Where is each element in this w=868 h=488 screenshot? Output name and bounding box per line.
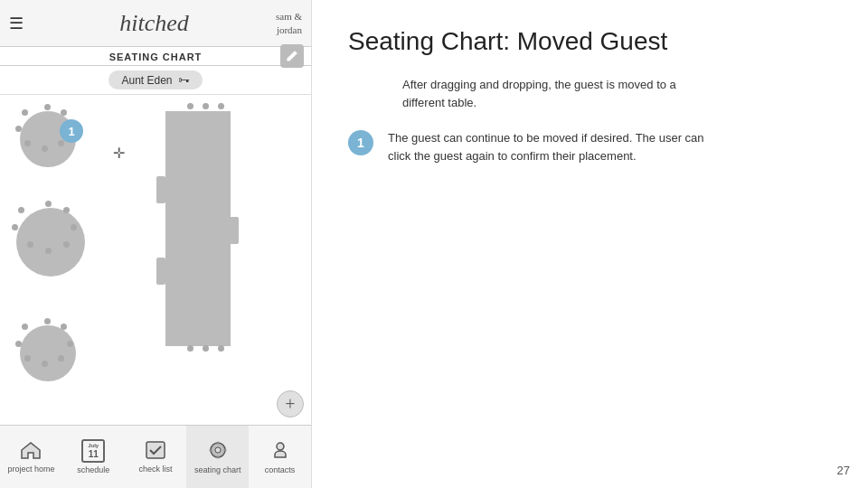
calendar-day: 11 <box>89 449 99 459</box>
plus-icon: + <box>285 394 295 415</box>
seat-dot <box>22 324 28 330</box>
seat-dot <box>58 355 64 361</box>
svg-point-6 <box>223 448 226 451</box>
guest-badge[interactable]: 1 <box>60 119 83 143</box>
page-number: 27 <box>837 464 850 477</box>
seat-dot <box>12 224 18 230</box>
seat-dot <box>15 341 22 347</box>
svg-point-7 <box>277 443 284 450</box>
seat-dot <box>44 104 51 110</box>
rect-tab <box>230 217 239 244</box>
rect-tab <box>156 258 165 285</box>
home-icon <box>21 441 41 462</box>
instruction-row-1: 1 The guest can continue to be moved if … <box>348 129 832 164</box>
nav-label-contacts: contacts <box>265 465 296 474</box>
seat-dot <box>42 361 48 367</box>
rect-tab <box>156 176 165 203</box>
svg-rect-0 <box>146 442 165 458</box>
guest-badge-number: 1 <box>68 125 74 138</box>
bottom-nav: project home July 11 schedule check list <box>0 425 311 488</box>
description-text: After dragging and dropping, the guest i… <box>348 76 832 111</box>
seat-dot <box>63 241 70 248</box>
nav-label-home: project home <box>7 465 54 474</box>
seat-dot <box>203 345 209 352</box>
seat-dot <box>45 248 52 254</box>
seat-dot <box>67 341 73 347</box>
table-rect <box>165 111 231 346</box>
key-icon: 🗝 <box>178 73 190 87</box>
svg-point-4 <box>216 455 219 458</box>
seat-dot <box>218 345 224 352</box>
seat-dot <box>63 207 70 213</box>
seat-dot <box>187 345 193 352</box>
nav-item-contacts[interactable]: contacts <box>249 426 311 488</box>
guest-pill-bar: Aunt Eden 🗝 <box>0 66 311 95</box>
phone-header: ☰ hitched sam &jordan <box>0 0 311 47</box>
nav-item-checklist[interactable]: check list <box>125 426 187 488</box>
menu-icon[interactable]: ☰ <box>9 14 24 33</box>
edit-button[interactable] <box>280 44 304 68</box>
seat-dot <box>61 324 67 330</box>
seat-dot <box>27 241 33 248</box>
contacts-icon <box>271 440 289 463</box>
seat-dot <box>61 109 67 116</box>
nav-item-seating-chart[interactable]: seating chart <box>186 426 249 488</box>
guest-name: Aunt Eden <box>121 74 172 87</box>
app-logo: hitched <box>33 10 276 37</box>
calendar-month: July <box>88 443 99 449</box>
chart-canvas: 1 ✛ <box>0 95 311 425</box>
check-icon <box>146 441 165 462</box>
nav-item-project-home[interactable]: project home <box>0 426 62 488</box>
seat-dot <box>58 140 64 146</box>
guest-pill[interactable]: Aunt Eden 🗝 <box>108 70 202 89</box>
calendar-icon: July 11 <box>81 439 105 463</box>
page-title: Seating Chart: Moved Guest <box>348 27 832 56</box>
seat-dot <box>24 140 31 146</box>
step-badge-1: 1 <box>348 130 373 155</box>
phone-mockup: ☰ hitched sam &jordan SEATING CHART Aunt… <box>0 0 312 488</box>
seat-dot <box>187 103 193 109</box>
svg-point-3 <box>216 441 219 444</box>
seat-dot <box>15 126 22 132</box>
add-table-button[interactable]: + <box>277 390 304 418</box>
svg-point-5 <box>209 448 212 451</box>
instruction-text-1: The guest can continue to be moved if de… <box>388 129 832 164</box>
seat-dot <box>203 103 209 109</box>
seat-dot <box>18 207 24 213</box>
nav-label-schedule: schedule <box>77 465 109 474</box>
seat-dot <box>24 355 31 361</box>
seating-icon <box>207 440 229 463</box>
seat-dot <box>44 318 51 324</box>
seat-dot <box>42 145 48 152</box>
seat-dot <box>45 201 52 207</box>
nav-label-checklist: check list <box>138 465 172 474</box>
seat-dot <box>22 109 28 116</box>
move-icon: ✛ <box>113 145 125 162</box>
nav-item-schedule[interactable]: July 11 schedule <box>62 426 125 488</box>
seat-dot <box>218 103 224 109</box>
content-area: Seating Chart: Moved Guest After draggin… <box>312 0 868 488</box>
nav-label-seating: seating chart <box>194 465 241 474</box>
chart-title-bar: SEATING CHART <box>0 47 311 66</box>
table-circle-3 <box>20 325 76 381</box>
svg-point-2 <box>215 447 221 453</box>
edit-icon <box>286 50 298 62</box>
seat-dot <box>71 224 77 230</box>
user-name: sam &jordan <box>276 10 302 36</box>
chart-title-label: SEATING CHART <box>109 52 203 62</box>
step-number-1: 1 <box>357 136 364 150</box>
